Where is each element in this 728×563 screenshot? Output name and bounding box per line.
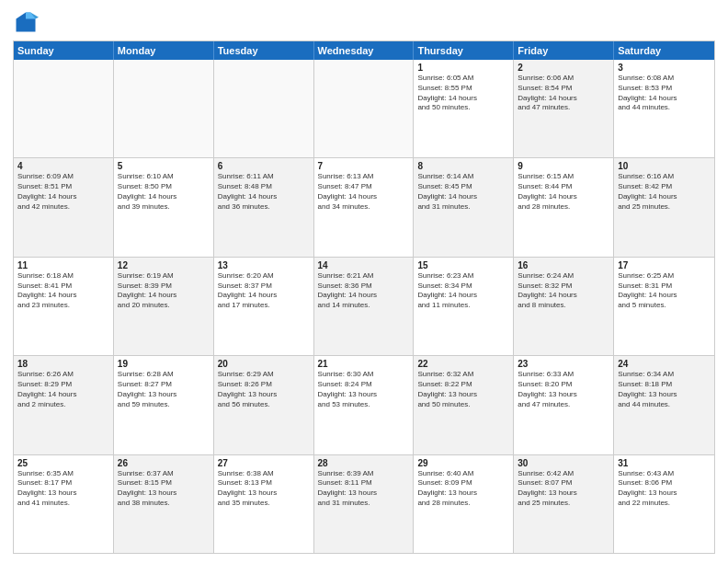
day-number: 18 [17,359,109,369]
day-cell-19: 19Sunrise: 6:28 AM Sunset: 8:27 PM Dayli… [114,356,214,454]
empty-cell [114,60,214,157]
day-number: 28 [318,458,410,468]
day-number: 21 [318,359,410,369]
day-number: 9 [518,161,609,171]
logo [13,9,42,35]
header-day-thursday: Thursday [414,41,514,60]
calendar: SundayMondayTuesdayWednesdayThursdayFrid… [13,40,715,554]
day-info: Sunrise: 6:32 AM Sunset: 8:22 PM Dayligh… [417,370,509,409]
day-info: Sunrise: 6:34 AM Sunset: 8:18 PM Dayligh… [618,370,711,409]
calendar-row-4: 25Sunrise: 6:35 AM Sunset: 8:17 PM Dayli… [14,454,714,553]
day-number: 16 [518,260,609,270]
day-number: 1 [417,63,509,73]
day-cell-24: 24Sunrise: 6:34 AM Sunset: 8:18 PM Dayli… [614,356,714,454]
header-day-friday: Friday [514,41,614,60]
empty-cell [14,60,114,157]
day-number: 8 [417,161,509,171]
calendar-row-0: 1Sunrise: 6:05 AM Sunset: 8:55 PM Daylig… [14,60,714,157]
empty-cell [214,60,314,157]
day-number: 12 [118,260,210,270]
day-cell-23: 23Sunrise: 6:33 AM Sunset: 8:20 PM Dayli… [514,356,614,454]
day-cell-3: 3Sunrise: 6:08 AM Sunset: 8:53 PM Daylig… [614,60,714,157]
header-day-tuesday: Tuesday [214,41,314,60]
day-info: Sunrise: 6:08 AM Sunset: 8:53 PM Dayligh… [618,74,711,113]
day-number: 27 [218,458,310,468]
day-info: Sunrise: 6:37 AM Sunset: 8:15 PM Dayligh… [118,469,210,509]
day-number: 30 [518,458,609,468]
day-info: Sunrise: 6:13 AM Sunset: 8:47 PM Dayligh… [318,172,410,212]
day-info: Sunrise: 6:39 AM Sunset: 8:11 PM Dayligh… [318,469,410,509]
day-cell-10: 10Sunrise: 6:16 AM Sunset: 8:42 PM Dayli… [614,158,714,256]
day-info: Sunrise: 6:11 AM Sunset: 8:48 PM Dayligh… [218,172,310,212]
day-cell-21: 21Sunrise: 6:30 AM Sunset: 8:24 PM Dayli… [314,356,415,454]
empty-cell [314,60,415,157]
day-cell-6: 6Sunrise: 6:11 AM Sunset: 8:48 PM Daylig… [214,158,314,256]
day-cell-15: 15Sunrise: 6:23 AM Sunset: 8:34 PM Dayli… [414,258,514,355]
day-number: 31 [618,458,711,468]
logo-icon [13,9,39,35]
header-day-saturday: Saturday [614,41,714,60]
calendar-body: 1Sunrise: 6:05 AM Sunset: 8:55 PM Daylig… [14,60,714,553]
day-info: Sunrise: 6:15 AM Sunset: 8:44 PM Dayligh… [518,172,609,212]
day-number: 23 [518,359,609,369]
day-number: 26 [118,458,210,468]
day-info: Sunrise: 6:38 AM Sunset: 8:13 PM Dayligh… [218,469,310,509]
day-info: Sunrise: 6:18 AM Sunset: 8:41 PM Dayligh… [17,271,109,311]
day-cell-20: 20Sunrise: 6:29 AM Sunset: 8:26 PM Dayli… [214,356,314,454]
header-day-sunday: Sunday [14,41,114,60]
day-number: 2 [518,63,609,73]
day-cell-30: 30Sunrise: 6:42 AM Sunset: 8:07 PM Dayli… [514,455,614,553]
day-cell-4: 4Sunrise: 6:09 AM Sunset: 8:51 PM Daylig… [14,158,114,256]
calendar-row-3: 18Sunrise: 6:26 AM Sunset: 8:29 PM Dayli… [14,355,714,454]
day-info: Sunrise: 6:23 AM Sunset: 8:34 PM Dayligh… [417,271,509,311]
calendar-row-1: 4Sunrise: 6:09 AM Sunset: 8:51 PM Daylig… [14,157,714,256]
day-cell-9: 9Sunrise: 6:15 AM Sunset: 8:44 PM Daylig… [514,158,614,256]
day-number: 7 [318,161,410,171]
day-cell-2: 2Sunrise: 6:06 AM Sunset: 8:54 PM Daylig… [514,60,614,157]
day-info: Sunrise: 6:25 AM Sunset: 8:31 PM Dayligh… [618,271,711,311]
calendar-header: SundayMondayTuesdayWednesdayThursdayFrid… [14,41,714,60]
day-cell-13: 13Sunrise: 6:20 AM Sunset: 8:37 PM Dayli… [214,258,314,355]
day-info: Sunrise: 6:09 AM Sunset: 8:51 PM Dayligh… [17,172,109,212]
day-number: 11 [17,260,109,270]
day-info: Sunrise: 6:42 AM Sunset: 8:07 PM Dayligh… [518,469,609,509]
day-info: Sunrise: 6:24 AM Sunset: 8:32 PM Dayligh… [518,271,609,311]
day-number: 25 [17,458,109,468]
day-number: 22 [417,359,509,369]
day-info: Sunrise: 6:33 AM Sunset: 8:20 PM Dayligh… [518,370,609,409]
day-cell-25: 25Sunrise: 6:35 AM Sunset: 8:17 PM Dayli… [14,455,114,553]
day-cell-18: 18Sunrise: 6:26 AM Sunset: 8:29 PM Dayli… [14,356,114,454]
day-cell-27: 27Sunrise: 6:38 AM Sunset: 8:13 PM Dayli… [214,455,314,553]
day-number: 20 [218,359,310,369]
day-number: 14 [318,260,410,270]
day-info: Sunrise: 6:40 AM Sunset: 8:09 PM Dayligh… [417,469,509,509]
day-info: Sunrise: 6:20 AM Sunset: 8:37 PM Dayligh… [218,271,310,311]
day-cell-1: 1Sunrise: 6:05 AM Sunset: 8:55 PM Daylig… [414,60,514,157]
day-info: Sunrise: 6:21 AM Sunset: 8:36 PM Dayligh… [318,271,410,311]
day-info: Sunrise: 6:30 AM Sunset: 8:24 PM Dayligh… [318,370,410,409]
day-cell-8: 8Sunrise: 6:14 AM Sunset: 8:45 PM Daylig… [414,158,514,256]
day-info: Sunrise: 6:06 AM Sunset: 8:54 PM Dayligh… [518,74,609,113]
day-cell-11: 11Sunrise: 6:18 AM Sunset: 8:41 PM Dayli… [14,258,114,355]
day-cell-28: 28Sunrise: 6:39 AM Sunset: 8:11 PM Dayli… [314,455,415,553]
day-cell-12: 12Sunrise: 6:19 AM Sunset: 8:39 PM Dayli… [114,258,214,355]
day-number: 24 [618,359,711,369]
day-cell-5: 5Sunrise: 6:10 AM Sunset: 8:50 PM Daylig… [114,158,214,256]
day-info: Sunrise: 6:29 AM Sunset: 8:26 PM Dayligh… [218,370,310,409]
day-info: Sunrise: 6:35 AM Sunset: 8:17 PM Dayligh… [17,469,109,509]
day-info: Sunrise: 6:26 AM Sunset: 8:29 PM Dayligh… [17,370,109,409]
day-info: Sunrise: 6:16 AM Sunset: 8:42 PM Dayligh… [618,172,711,212]
day-info: Sunrise: 6:43 AM Sunset: 8:06 PM Dayligh… [618,469,711,509]
header [13,9,715,35]
day-info: Sunrise: 6:28 AM Sunset: 8:27 PM Dayligh… [118,370,210,409]
day-number: 19 [118,359,210,369]
day-cell-16: 16Sunrise: 6:24 AM Sunset: 8:32 PM Dayli… [514,258,614,355]
day-cell-29: 29Sunrise: 6:40 AM Sunset: 8:09 PM Dayli… [414,455,514,553]
day-cell-26: 26Sunrise: 6:37 AM Sunset: 8:15 PM Dayli… [114,455,214,553]
day-info: Sunrise: 6:19 AM Sunset: 8:39 PM Dayligh… [118,271,210,311]
day-cell-7: 7Sunrise: 6:13 AM Sunset: 8:47 PM Daylig… [314,158,415,256]
header-day-monday: Monday [114,41,214,60]
page: SundayMondayTuesdayWednesdayThursdayFrid… [0,0,728,563]
day-number: 4 [17,161,109,171]
day-info: Sunrise: 6:05 AM Sunset: 8:55 PM Dayligh… [417,74,509,113]
